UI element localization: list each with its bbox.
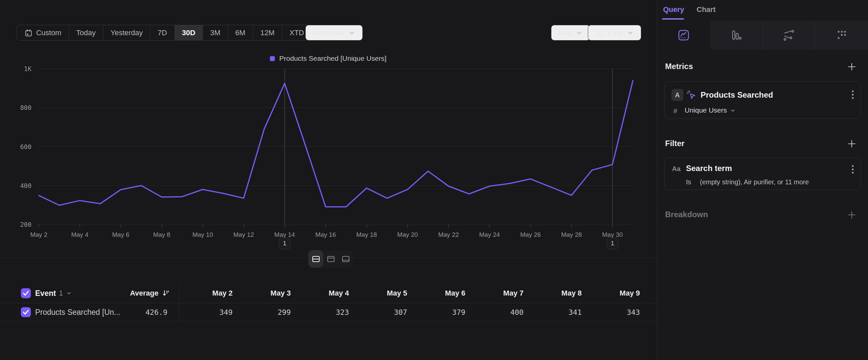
date-column-value: 323 — [291, 303, 349, 321]
annotation-badge[interactable]: 1 — [279, 238, 290, 249]
range-30d[interactable]: 30D — [175, 25, 203, 40]
line-chart-icon — [595, 29, 604, 37]
aggregation-label: Unique Users — [685, 106, 727, 114]
svg-text:May 16: May 16 — [315, 231, 336, 238]
svg-text:1: 1 — [611, 240, 614, 247]
table-column-divider — [179, 283, 179, 322]
table-header-row: Event 1 Average May 2May 3May 4May 5May … — [0, 283, 656, 303]
add-breakdown-button[interactable] — [847, 211, 856, 221]
event-count: 1 — [59, 289, 63, 298]
row-checkbox[interactable] — [21, 307, 31, 317]
tab-flows[interactable] — [763, 21, 815, 50]
date-column-value: 341 — [524, 303, 582, 321]
sort-icon — [162, 289, 170, 298]
tab-query[interactable]: Query — [663, 5, 684, 14]
range-6m[interactable]: 6M — [228, 25, 253, 40]
string-property-icon: Aa — [672, 165, 681, 173]
metric-card[interactable]: A Products Searched # Unique Users — [664, 81, 861, 119]
chart-type-tabs — [657, 21, 868, 50]
svg-text:May 14: May 14 — [274, 231, 295, 238]
svg-text:May 24: May 24 — [479, 231, 500, 238]
event-checkbox[interactable] — [21, 288, 31, 298]
tab-line-chart[interactable] — [657, 21, 710, 50]
active-tab-underline — [662, 18, 684, 20]
chevron-down-icon — [66, 290, 72, 296]
svg-text:1: 1 — [283, 240, 286, 247]
granularity-button[interactable]: Day — [551, 25, 590, 40]
chevron-down-icon — [348, 30, 355, 36]
date-column-header: May 9 — [582, 283, 640, 303]
filter-card[interactable]: Aa Search term Is (empty string), Air pu… — [664, 158, 861, 190]
add-filter-button[interactable] — [847, 139, 856, 149]
line-chart-square-icon — [677, 28, 691, 42]
date-column-value: 307 — [349, 303, 407, 321]
tab-chart[interactable]: Chart — [696, 5, 715, 14]
query-panel: Query Chart — [657, 0, 868, 360]
chevron-down-icon — [730, 108, 736, 113]
range-3m[interactable]: 3M — [203, 25, 228, 40]
metrics-heading: Metrics — [665, 62, 693, 71]
date-column-header: May 7 — [465, 283, 524, 303]
layout-chart-only-button[interactable] — [323, 250, 338, 268]
line-chart[interactable]: 2004006008001KMay 2May 4May 6May 8May 10… — [0, 53, 656, 256]
range-yesterday[interactable]: Yesterday — [103, 25, 151, 40]
compare-label: Compare — [313, 29, 344, 37]
dots-grid-icon — [835, 28, 849, 42]
chart-type-label: Line — [608, 29, 623, 37]
average-label: Average — [130, 289, 158, 298]
date-column-header: May 6 — [407, 283, 465, 303]
date-column-header: May 5 — [349, 283, 407, 303]
date-column-headers: May 2May 3May 4May 5May 6May 7May 8May 9 — [175, 283, 640, 303]
layout-toggle — [308, 250, 353, 268]
range-7d[interactable]: 7D — [151, 25, 175, 40]
series-line[interactable] — [39, 80, 633, 206]
analytics-app-window: CustomTodayYesterday7D30D3M6M12MXTD Comp… — [0, 0, 868, 360]
aggregation-type-icon: # — [673, 107, 677, 115]
svg-text:May 2: May 2 — [30, 231, 48, 238]
svg-text:1K: 1K — [24, 65, 31, 73]
svg-text:May 18: May 18 — [356, 231, 377, 238]
compare-button[interactable]: Compare — [305, 25, 363, 40]
svg-text:May 8: May 8 — [153, 231, 170, 238]
filter-heading: Filter — [665, 139, 685, 148]
bottom-bar-view-icon — [341, 255, 350, 263]
aggregation-selector[interactable]: Unique Users — [685, 106, 736, 114]
range-custom[interactable]: Custom — [17, 25, 69, 40]
metric-event-name[interactable]: Products Searched — [701, 90, 773, 100]
date-column-values: 349299323307379400341343 — [175, 303, 640, 321]
filter-operator[interactable]: Is — [686, 178, 691, 186]
average-column-header[interactable]: Average — [99, 289, 170, 298]
tab-bar-chart[interactable] — [710, 21, 763, 50]
date-range-control: CustomTodayYesterday7D30D3M6M12MXTD — [17, 25, 321, 40]
date-column-header: May 2 — [175, 283, 233, 303]
calendar-icon — [24, 29, 33, 37]
svg-text:May 4: May 4 — [71, 231, 89, 238]
metric-menu-button[interactable] — [851, 90, 854, 101]
svg-text:400: 400 — [20, 182, 31, 189]
range-12m[interactable]: 12M — [253, 25, 282, 40]
split-view-icon — [312, 255, 320, 263]
row-average-value: 426.9 — [99, 308, 167, 316]
event-selector[interactable]: Event 1 — [35, 288, 72, 298]
date-column-value: 379 — [407, 303, 465, 321]
chart-type-button[interactable]: Line — [588, 25, 641, 40]
filter-menu-button[interactable] — [851, 164, 854, 176]
layout-table-only-button[interactable] — [338, 250, 353, 268]
svg-text:800: 800 — [20, 104, 31, 111]
svg-text:May 20: May 20 — [397, 231, 418, 238]
tab-dots-grid[interactable] — [815, 21, 868, 50]
date-column-header: May 8 — [524, 283, 582, 303]
layout-split-button[interactable] — [308, 250, 323, 268]
date-column-header: May 4 — [291, 283, 349, 303]
add-metric-button[interactable] — [847, 62, 856, 73]
filter-value[interactable]: (empty string), Air purifier, or 11 more — [700, 178, 809, 186]
range-today[interactable]: Today — [69, 25, 103, 40]
breakdown-heading: Breakdown — [665, 210, 708, 219]
date-column-header: May 3 — [233, 283, 291, 303]
filter-property-name[interactable]: Search term — [686, 164, 732, 173]
svg-text:May 6: May 6 — [112, 231, 129, 238]
annotation-badge[interactable]: 1 — [607, 238, 618, 249]
date-column-value: 343 — [582, 303, 640, 321]
svg-text:600: 600 — [20, 143, 31, 150]
svg-text:May 30: May 30 — [602, 231, 623, 238]
